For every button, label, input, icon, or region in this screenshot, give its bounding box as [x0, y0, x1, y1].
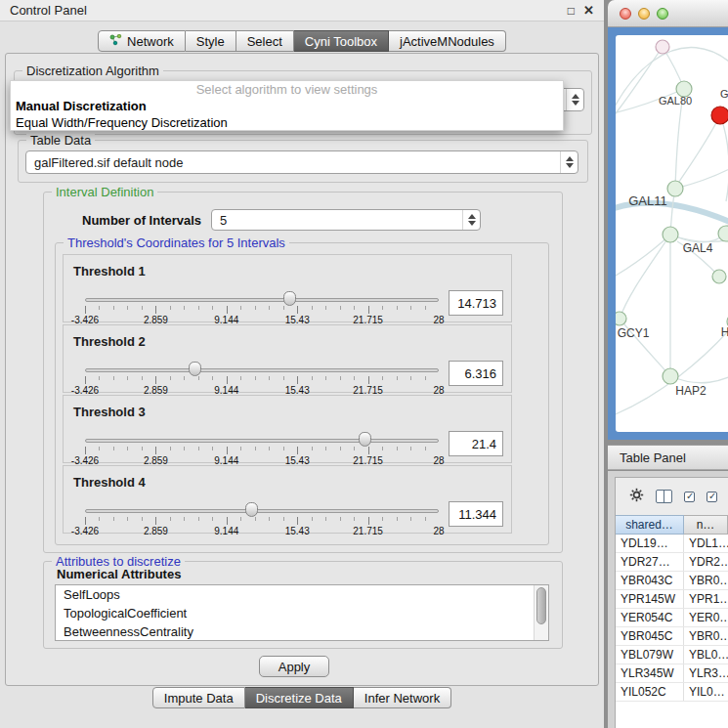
table-row[interactable]: YDR27…YDR2… — [616, 553, 728, 572]
network-node[interactable] — [667, 181, 683, 196]
close-traffic-light[interactable] — [620, 8, 631, 20]
algorithm-option-manual-discretization[interactable]: Manual Discretization — [11, 98, 563, 114]
tab-style[interactable]: Style — [186, 30, 236, 52]
table-cell[interactable]: YBR0… — [684, 627, 728, 645]
network-node[interactable] — [711, 107, 728, 124]
network-edge — [677, 115, 720, 185]
tab-select[interactable]: Select — [236, 30, 294, 52]
table-row[interactable]: YER054CYER0… — [616, 609, 728, 627]
tab-infer-network[interactable]: Infer Network — [354, 687, 451, 708]
slider-thumb[interactable] — [283, 291, 296, 306]
slider-thumb[interactable] — [189, 362, 201, 376]
slider-thumb[interactable] — [245, 502, 258, 517]
tab-label: jActiveMNodules — [400, 34, 494, 49]
table-data-combobox[interactable]: galFiltered.sif default node — [25, 150, 578, 174]
table-rows: YDL19…YDL1… YDR27…YDR2… YBR043CYBR0… YPR… — [616, 535, 728, 728]
table-row[interactable]: YLR345WYLR3… — [616, 664, 728, 683]
checkbox-icon-2[interactable] — [707, 492, 717, 502]
table-cell[interactable]: YDL1… — [684, 535, 728, 552]
minimize-traffic-light[interactable] — [638, 8, 650, 20]
gear-icon[interactable] — [629, 488, 644, 505]
tab-impute-data[interactable]: Impute Data — [152, 687, 245, 708]
slider-ticks — [85, 306, 439, 314]
table-row[interactable]: YIL052CYIL0… — [616, 683, 728, 702]
network-node[interactable] — [663, 368, 678, 384]
table-cell[interactable]: YDR27… — [616, 553, 684, 571]
threshold-1-value-input[interactable] — [449, 290, 503, 316]
table-row[interactable]: YPR145WYPR1… — [616, 590, 728, 609]
algorithm-option-equal-width-frequency[interactable]: Equal Width/Frequency Discretization — [11, 114, 563, 131]
table-cell[interactable]: YLR3… — [684, 664, 728, 682]
table-cell[interactable]: YBL0… — [684, 646, 728, 664]
num-intervals-combobox[interactable]: 5 — [211, 209, 481, 231]
combobox-value: 5 — [212, 213, 462, 228]
zoom-traffic-light[interactable] — [657, 8, 668, 20]
combo-stepper-icon — [462, 210, 480, 230]
tab-label: Select — [247, 34, 282, 49]
tab-jactivemnodules[interactable]: jActiveMNodules — [389, 30, 506, 52]
table-cell[interactable]: YDL19… — [616, 535, 684, 552]
threshold-3-panel: Threshold 3 -3.426 2.859 9.144 15.43 21.… — [63, 395, 512, 463]
network-node[interactable] — [712, 270, 726, 283]
network-node[interactable] — [616, 312, 626, 325]
list-item[interactable]: SelfLoops — [56, 585, 548, 604]
threshold-4-value-input[interactable] — [449, 501, 503, 527]
table-row[interactable]: YDL19…YDL1… — [616, 535, 728, 553]
table-cell[interactable]: YER054C — [616, 609, 684, 626]
list-scrollbar[interactable] — [534, 585, 548, 640]
apply-button[interactable]: Apply — [259, 656, 329, 677]
network-node[interactable] — [656, 40, 669, 54]
column-header-name[interactable]: n… — [684, 515, 728, 535]
list-item[interactable]: BetweennessCentrality — [56, 622, 548, 641]
table-row[interactable]: YBR043CYBR0… — [616, 572, 728, 590]
algorithm-dropdown-popup: Select algorithm to view settings Manual… — [10, 80, 564, 131]
combo-stepper-icon — [560, 151, 578, 173]
table-cell[interactable]: YBR0… — [684, 572, 728, 589]
network-edge — [720, 115, 728, 201]
threshold-1-slider[interactable]: -3.426 2.859 9.144 15.43 21.715 28 — [85, 290, 439, 321]
table-cell[interactable]: YIL052C — [616, 683, 684, 701]
scale-label: 9.144 — [214, 526, 238, 536]
slider-ticks — [85, 447, 439, 454]
table-cell[interactable]: YPR1… — [684, 590, 728, 608]
table-cell[interactable]: YER0… — [684, 609, 728, 626]
network-window-titlebar[interactable] — [608, 0, 728, 27]
float-window-icon[interactable]: □ — [568, 5, 575, 17]
network-node[interactable] — [718, 226, 728, 241]
table-cell[interactable]: YIL0… — [684, 683, 728, 701]
list-item[interactable]: TopologicalCoefficient — [56, 604, 548, 622]
columns-icon[interactable] — [656, 490, 672, 503]
column-header-shared-name[interactable]: shared… — [616, 515, 684, 535]
table-cell[interactable]: YBR045C — [616, 627, 684, 645]
threshold-2-value-input[interactable] — [449, 361, 503, 386]
scrollbar-thumb[interactable] — [536, 587, 546, 624]
table-row[interactable]: YBR045CYBR0… — [616, 627, 728, 646]
table-panel: shared… n… YDL19…YDL1… YDR27…YDR2… YBR04… — [608, 471, 728, 728]
combo-stepper-icon — [566, 89, 583, 110]
slider-track[interactable] — [85, 368, 439, 372]
slider-thumb[interactable] — [359, 432, 371, 447]
threshold-4-slider[interactable]: -3.426 2.859 9.144 15.43 21.715 28 — [85, 501, 439, 533]
table-cell[interactable]: YDR2… — [684, 553, 728, 571]
table-row[interactable]: YBL079WYBL0… — [616, 646, 728, 664]
tab-label: Network — [127, 34, 174, 49]
checkbox-icon[interactable] — [684, 492, 695, 502]
tab-cyni-toolbox[interactable]: Cyni Toolbox — [294, 30, 389, 52]
network-node-label: GA — [720, 88, 728, 100]
table-cell[interactable]: YPR145W — [616, 590, 684, 608]
close-icon[interactable]: ✕ — [583, 4, 594, 17]
threshold-2-slider[interactable]: -3.426 2.859 9.144 15.43 21.715 28 — [85, 361, 439, 392]
threshold-3-slider[interactable]: -3.426 2.859 9.144 15.43 21.715 28 — [85, 431, 439, 462]
tab-discretize-data[interactable]: Discretize Data — [245, 687, 354, 708]
slider-track[interactable] — [85, 439, 439, 443]
table-cell[interactable]: YBL079W — [616, 646, 684, 664]
slider-track[interactable] — [85, 298, 439, 302]
threshold-3-value-input[interactable] — [449, 431, 503, 456]
table-cell[interactable]: YBR043C — [616, 572, 684, 589]
tab-network[interactable]: Network — [98, 30, 186, 52]
network-node[interactable] — [663, 227, 678, 242]
table-cell[interactable]: YLR345W — [616, 664, 684, 682]
combobox-value: galFiltered.sif default node — [26, 155, 560, 170]
slider-track[interactable] — [85, 509, 439, 513]
network-canvas[interactable]: GAL80GAGAL11GAL4GCY1HHAP2 — [616, 35, 728, 432]
